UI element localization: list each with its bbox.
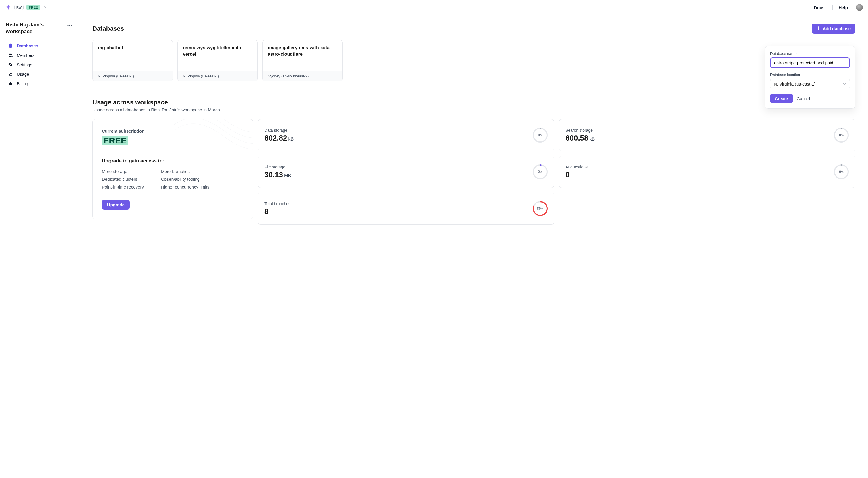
- subscription-card: Current subscription FREE Upgrade to gai…: [92, 119, 253, 219]
- feature-item: Observability tooling: [161, 177, 209, 182]
- database-cards-row: rag-chatbot N. Virginia (us-east-1) remi…: [92, 40, 856, 82]
- database-name: remix-wysiwyg-litellm-xata-vercel: [183, 45, 252, 58]
- metric-card: File storage 30.13MB 2%: [258, 156, 554, 188]
- upgrade-button[interactable]: Upgrade: [102, 200, 130, 210]
- usage-donut: 0%: [834, 164, 849, 179]
- logo-icon[interactable]: [5, 4, 11, 11]
- feature-item: More storage: [102, 169, 144, 174]
- sidebar: Rishi Raj Jain's workspace Databases Mem…: [0, 15, 80, 478]
- metric-value: 600.58kB: [565, 134, 595, 142]
- usage-donut: 80%: [533, 201, 548, 216]
- database-region: N. Virginia (us-east-1): [178, 71, 257, 81]
- database-location-select[interactable]: N. Virginia (us-east-1): [770, 78, 850, 89]
- metric-value: 8: [265, 207, 290, 216]
- sidebar-item-billing[interactable]: Billing: [6, 79, 74, 88]
- sidebar-item-label: Usage: [17, 72, 29, 76]
- feature-item: Point-in-time recovery: [102, 185, 144, 189]
- docs-link[interactable]: Docs: [814, 5, 825, 10]
- create-button[interactable]: Create: [770, 94, 793, 103]
- metric-label: Search storage: [565, 128, 595, 133]
- metric-value: 802.82kB: [265, 134, 293, 142]
- metric-value: 0: [565, 170, 588, 179]
- database-card[interactable]: image-gallery-cms-with-xata-astro-cloudf…: [262, 40, 343, 82]
- metric-card: Data storage 802.82kB 0%: [258, 119, 554, 151]
- current-plan: FREE: [102, 136, 128, 146]
- metric-card: AI questions 0 0%: [559, 156, 856, 188]
- chevron-down-icon[interactable]: [44, 5, 48, 10]
- briefcase-icon: [8, 81, 13, 86]
- add-database-button[interactable]: Add database: [812, 24, 856, 34]
- svg-point-5: [11, 54, 12, 55]
- sidebar-item-label: Billing: [17, 81, 28, 86]
- page-title: Databases: [92, 25, 124, 32]
- metric-card: Search storage 600.58kB 0%: [559, 119, 856, 151]
- feature-item: Dedicated clusters: [102, 177, 144, 182]
- database-name: image-gallery-cms-with-xata-astro-cloudf…: [268, 45, 337, 58]
- workspace-name: Rishi Raj Jain's workspace: [6, 21, 55, 35]
- database-region: N. Virginia (us-east-1): [93, 71, 173, 81]
- sidebar-item-label: Members: [17, 53, 35, 58]
- svg-point-4: [9, 54, 11, 55]
- database-icon: [8, 43, 13, 48]
- svg-point-2: [71, 25, 72, 26]
- workspace-badge[interactable]: RW: [14, 5, 24, 10]
- metric-label: Total branches: [265, 201, 290, 206]
- database-name: rag-chatbot: [98, 45, 167, 51]
- avatar[interactable]: [856, 4, 863, 11]
- topbar: RW FREE Docs Help: [0, 0, 868, 15]
- svg-rect-6: [9, 83, 12, 85]
- usage-donut: 2%: [533, 164, 548, 179]
- more-icon[interactable]: [66, 21, 74, 30]
- gear-icon: [8, 62, 13, 67]
- sidebar-nav: Databases Members Settings Usage Billing: [6, 42, 74, 88]
- usage-donut: 0%: [834, 128, 849, 142]
- sidebar-item-label: Databases: [17, 43, 38, 48]
- plus-icon: [816, 26, 820, 31]
- members-icon: [8, 53, 13, 57]
- sidebar-item-settings[interactable]: Settings: [6, 61, 74, 69]
- sidebar-item-members[interactable]: Members: [6, 51, 74, 59]
- metric-label: Data storage: [265, 128, 293, 133]
- divider: [832, 5, 833, 10]
- database-name-label: Database name: [770, 51, 850, 56]
- database-location-label: Database location: [770, 72, 850, 77]
- metric-label: AI questions: [565, 165, 588, 169]
- add-database-label: Add database: [823, 26, 851, 31]
- feature-item: Higher concurrency limits: [161, 185, 209, 189]
- sidebar-item-label: Settings: [17, 62, 32, 67]
- database-card[interactable]: remix-wysiwyg-litellm-xata-vercel N. Vir…: [177, 40, 258, 82]
- usage-donut: 0%: [533, 128, 548, 142]
- database-location-value: N. Virginia (us-east-1): [774, 82, 816, 86]
- chevron-down-icon: [843, 82, 846, 86]
- chart-icon: [8, 72, 13, 76]
- database-region: Sydney (ap-southeast-2): [262, 71, 342, 81]
- database-card[interactable]: rag-chatbot N. Virginia (us-east-1): [92, 40, 173, 82]
- sidebar-item-databases[interactable]: Databases: [6, 42, 74, 50]
- sidebar-item-usage[interactable]: Usage: [6, 70, 74, 78]
- help-link[interactable]: Help: [838, 5, 848, 10]
- add-database-popover: Database name Database location N. Virgi…: [765, 46, 856, 109]
- metric-label: File storage: [265, 165, 291, 169]
- usage-subheading: Usage across all databases in Rishi Raj …: [92, 107, 856, 112]
- main: Databases Add database rag-chatbot N. Vi…: [80, 15, 868, 478]
- cancel-button[interactable]: Cancel: [797, 96, 810, 101]
- metric-value: 30.13MB: [265, 170, 291, 179]
- metrics-grid: Data storage 802.82kB 0% Search storage …: [258, 119, 856, 225]
- plan-badge: FREE: [26, 5, 40, 10]
- database-name-input[interactable]: [770, 57, 850, 68]
- svg-point-0: [67, 25, 68, 26]
- metric-card: Total branches 8 80%: [258, 193, 554, 225]
- svg-point-1: [69, 25, 70, 26]
- usage-heading: Usage across workspace: [92, 99, 856, 106]
